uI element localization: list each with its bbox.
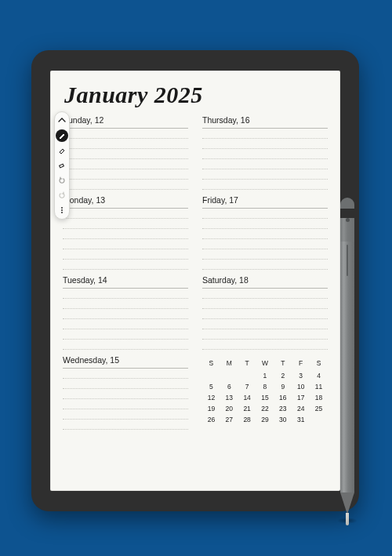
svg-point-1 (61, 207, 63, 209)
calendar-day[interactable] (202, 370, 220, 381)
calendar-day[interactable]: 23 (274, 403, 292, 414)
day-block: Monday, 13 (63, 193, 188, 270)
calendar-weekday: S (202, 358, 220, 370)
undo-icon (58, 176, 66, 184)
day-label: Monday, 13 (63, 193, 188, 209)
calendar-weekday: M (220, 358, 238, 370)
calendar-day[interactable]: 14 (238, 392, 256, 403)
mini-calendar: S M T W T F S 12345678910111213141516171… (202, 353, 328, 430)
stylus-shadow (337, 518, 358, 524)
toolbar-collapse-button[interactable] (56, 114, 68, 127)
toolbar-undo-button[interactable] (56, 174, 68, 187)
day-block: Tuesday, 14 (63, 273, 188, 350)
week-grid: Sunday, 12 Thursday, 16 Monday, 13 Frida… (63, 113, 328, 430)
page-title: January 2025 (64, 82, 328, 108)
chevron-up-icon (58, 117, 66, 125)
calendar-day[interactable]: 4 (310, 370, 328, 381)
pen-icon (58, 132, 66, 140)
svg-rect-0 (60, 164, 64, 168)
calendar-day[interactable]: 2 (274, 370, 292, 381)
screen: January 2025 Sunday, 12 Thursday, 16 Mon… (50, 71, 340, 491)
day-label: Wednesday, 15 (63, 353, 188, 369)
toolbar-redo-button[interactable] (56, 189, 68, 202)
calendar-day[interactable]: 11 (310, 381, 328, 392)
calendar-day[interactable]: 1 (256, 370, 274, 381)
calendar-day[interactable]: 8 (256, 381, 274, 392)
calendar-day[interactable]: 3 (292, 370, 310, 381)
calendar-day[interactable]: 24 (292, 403, 310, 414)
calendar-day[interactable]: 6 (220, 381, 238, 392)
highlighter-icon (58, 147, 66, 154)
calendar-day[interactable]: 29 (256, 414, 274, 425)
calendar-weekday: S (310, 358, 328, 370)
tablet-device: January 2025 Sunday, 12 Thursday, 16 Mon… (31, 50, 359, 511)
more-vertical-icon (58, 206, 66, 214)
toolbar-highlighter-button[interactable] (56, 144, 68, 157)
calendar-day[interactable] (238, 370, 256, 381)
calendar-day[interactable]: 7 (238, 381, 256, 392)
calendar-day[interactable]: 21 (238, 403, 256, 414)
redo-icon (58, 191, 66, 199)
day-block: Thursday, 16 (202, 113, 328, 190)
calendar-day[interactable]: 17 (292, 392, 310, 403)
pen-toolbar (54, 111, 70, 220)
toolbar-eraser-button[interactable] (56, 159, 68, 172)
day-block: Sunday, 12 (63, 113, 188, 190)
day-block: Friday, 17 (202, 193, 328, 270)
day-block: Saturday, 18 (202, 273, 328, 350)
day-label: Tuesday, 14 (63, 273, 188, 289)
calendar-day[interactable] (220, 370, 238, 381)
writing-area[interactable] (202, 129, 328, 190)
calendar-day[interactable]: 9 (274, 381, 292, 392)
calendar-day[interactable]: 31 (292, 414, 310, 425)
calendar-weekday: W (256, 358, 274, 370)
writing-area[interactable] (202, 289, 328, 350)
calendar-day[interactable]: 26 (202, 414, 220, 425)
calendar-day[interactable]: 10 (292, 381, 310, 392)
calendar-day[interactable]: 30 (274, 414, 292, 425)
calendar-day[interactable]: 18 (310, 392, 328, 403)
day-label: Sunday, 12 (63, 113, 188, 129)
calendar-weekday: T (238, 358, 256, 370)
svg-point-3 (61, 212, 63, 213)
eraser-icon (58, 162, 66, 169)
day-block: Wednesday, 15 (63, 353, 188, 430)
calendar-day[interactable]: 19 (202, 403, 220, 414)
calendar-day[interactable]: 5 (202, 381, 220, 392)
toolbar-more-button[interactable] (56, 204, 68, 216)
calendar-weekday: F (292, 358, 310, 370)
calendar-day[interactable]: 27 (220, 414, 238, 425)
writing-area[interactable] (202, 209, 328, 270)
svg-point-2 (61, 209, 63, 211)
day-label: Friday, 17 (202, 193, 328, 209)
writing-area[interactable] (63, 289, 188, 350)
toolbar-pen-button[interactable] (56, 129, 68, 142)
calendar-day[interactable]: 15 (256, 392, 274, 403)
calendar-day[interactable]: 22 (256, 403, 274, 414)
writing-area[interactable] (63, 209, 188, 270)
calendar-day[interactable]: 16 (274, 392, 292, 403)
writing-area[interactable] (63, 129, 188, 190)
day-label: Saturday, 18 (202, 273, 328, 289)
calendar-day[interactable]: 12 (202, 392, 220, 403)
calendar-day[interactable]: 28 (238, 414, 256, 425)
day-label: Thursday, 16 (202, 113, 328, 129)
calendar-weekday: T (274, 358, 292, 370)
calendar-day[interactable]: 20 (220, 403, 238, 414)
calendar-day[interactable]: 25 (310, 403, 328, 414)
calendar-day[interactable] (310, 414, 328, 425)
writing-area[interactable] (63, 369, 188, 430)
calendar-day[interactable]: 13 (220, 392, 238, 403)
